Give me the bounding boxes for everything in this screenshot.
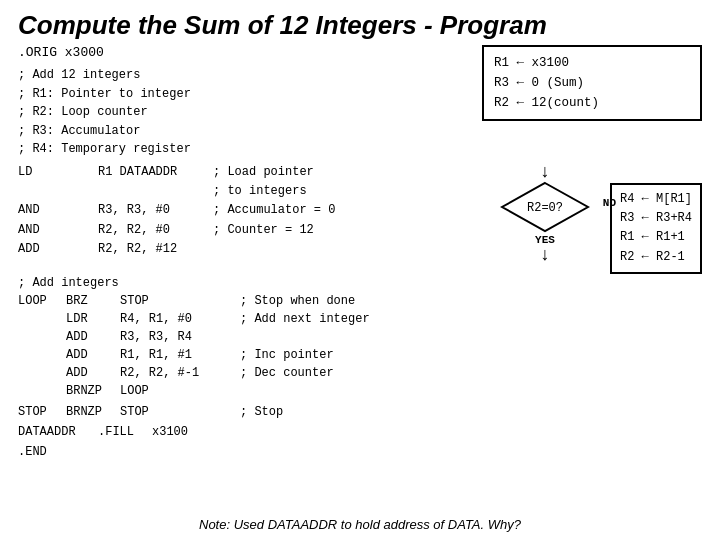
loop-row-4: ADD R2, R2, #-1 ; Dec counter xyxy=(18,364,702,382)
init-line-2: R2 ← 12(count) xyxy=(494,93,690,113)
diamond-shape: R2=0? NO xyxy=(500,181,590,233)
comment-1: ; R1: Pointer to integer xyxy=(18,85,472,104)
ld-label: LD xyxy=(18,163,98,182)
rb2-line-1: R3 ← R3+R4 xyxy=(620,209,692,228)
ld-args: R1 DATAADDR xyxy=(98,163,213,182)
no-label: NO xyxy=(603,197,616,209)
init-line-0: R1 ← x3100 xyxy=(494,53,690,73)
loop-row-0: LOOP BRZ STOP ; Stop when done xyxy=(18,292,702,310)
dataaddr-row: DATAADDR .FILL x3100 xyxy=(18,422,702,442)
diamond-text: R2=0? xyxy=(527,201,563,215)
orig-line: .ORIG x3000 xyxy=(18,45,472,60)
stop-label: STOP xyxy=(18,402,66,422)
ld-section: LD R1 DATAADDR ; Load pointer ; to integ… xyxy=(18,163,500,259)
add-integers-label: ; Add integers xyxy=(18,276,702,290)
arrow-into-diamond: ↓ xyxy=(540,163,551,181)
stop-comment: ; Stop xyxy=(240,402,283,422)
and-row-0: AND R3, R3, #0 ; Accumulator = 0 xyxy=(18,201,500,220)
loop-row-3: ADD R1, R1, #1 ; Inc pointer xyxy=(18,346,702,364)
page-title: Compute the Sum of 12 Integers - Program xyxy=(18,10,702,41)
loop-comment-0: ; Stop when done xyxy=(240,292,355,310)
and-comment-1: ; Counter = 12 xyxy=(213,221,314,240)
right-box2: R4 ← M[R1] R3 ← R3+R4 R1 ← R1+1 R2 ← R2-… xyxy=(610,183,702,274)
loop-args-0: STOP xyxy=(120,292,240,310)
arrow-yes-down: ↓ xyxy=(540,246,551,264)
bottom-note: Note: Used DATAADDR to hold address of D… xyxy=(0,517,720,532)
ld-comment1: ; Load pointer xyxy=(213,163,314,182)
end-row: .END xyxy=(18,445,702,459)
and-comment-0: ; Accumulator = 0 xyxy=(213,201,335,220)
page: Compute the Sum of 12 Integers - Program… xyxy=(0,0,720,540)
loop-section: LOOP BRZ STOP ; Stop when done LDR R4, R… xyxy=(18,292,702,400)
rb2-line-2: R1 ← R1+1 xyxy=(620,228,692,247)
loop-label-0: LOOP xyxy=(18,292,66,310)
loop-row-2: ADD R3, R3, R4 xyxy=(18,328,702,346)
init-box: R1 ← x3100 R3 ← 0 (Sum) R2 ← 12(count) xyxy=(482,45,702,121)
diamond-section: ↓ R2=0? NO YES ↓ xyxy=(500,163,590,264)
comment-2: ; R2: Loop counter xyxy=(18,103,472,122)
diamond-svg: R2=0? xyxy=(500,181,590,233)
init-line-1: R3 ← 0 (Sum) xyxy=(494,73,690,93)
comments-block: ; Add 12 integers ; R1: Pointer to integ… xyxy=(18,66,472,159)
and-row-1: AND R2, R2, #0 ; Counter = 12 xyxy=(18,221,500,240)
loop-comment-4: ; Dec counter xyxy=(240,364,334,382)
rb2-line-3: R2 ← R2-1 xyxy=(620,248,692,267)
rb2-line-0: R4 ← M[R1] xyxy=(620,190,692,209)
loop-row-1: LDR R4, R1, #0 ; Add next integer xyxy=(18,310,702,328)
loop-comment-3: ; Inc pointer xyxy=(240,346,334,364)
loop-cmd-0: BRZ xyxy=(66,292,120,310)
stop-row: STOP BRNZP STOP ; Stop xyxy=(18,402,702,422)
comment-4: ; R4: Temporary register xyxy=(18,140,472,159)
loop-row-5: BRNZP LOOP xyxy=(18,382,702,400)
comment-0: ; Add 12 integers xyxy=(18,66,472,85)
ld-row: LD R1 DATAADDR ; Load pointer xyxy=(18,163,500,182)
comment-3: ; R3: Accumulator xyxy=(18,122,472,141)
ld-comment2: ; to integers xyxy=(213,182,307,201)
ld-comment2-row: ; to integers xyxy=(18,182,500,201)
add-row: ADD R2, R2, #12 xyxy=(18,240,500,259)
loop-comment-1: ; Add next integer xyxy=(240,310,370,328)
